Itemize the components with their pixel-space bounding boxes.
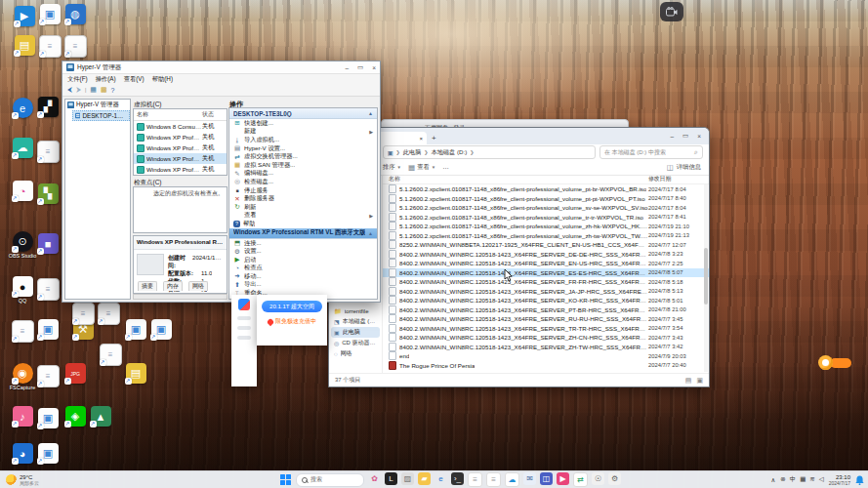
action-item[interactable]: ?帮助 <box>229 220 377 228</box>
tray-chevron-icon[interactable]: ∧ <box>770 476 775 484</box>
taskbar-app-icon[interactable]: ▰ <box>418 472 431 485</box>
action-item[interactable]: ⭳导入虚拟机... <box>229 136 377 144</box>
view-toggles[interactable]: ▤▣ <box>685 377 703 385</box>
action-section-header[interactable]: DESKTOP-1TE3L0Q▲ <box>229 108 377 119</box>
action-item[interactable]: ⬆导出... <box>229 281 377 290</box>
details-tab[interactable]: 摘要 <box>138 281 157 291</box>
paw-badge[interactable] <box>818 355 851 370</box>
tray-icon[interactable]: 中 <box>790 475 797 484</box>
column-date[interactable]: 修改日期 <box>648 175 709 183</box>
taskbar-app-icon[interactable]: ☁ <box>505 472 519 487</box>
maximize-icon[interactable]: ▭ <box>357 63 363 71</box>
menu-item[interactable]: 查看(V) <box>124 75 145 84</box>
file-row[interactable]: 8400.2.WINMAIN_WIN8RC.120518-1423_X64FRE… <box>383 287 709 297</box>
scrollbar[interactable] <box>704 184 708 372</box>
desktop-icon[interactable]: ◍↗ <box>53 4 98 24</box>
action-item[interactable]: ⚙设置... <box>229 247 377 256</box>
help-icon[interactable]: ? <box>111 87 115 94</box>
desktop-icon[interactable]: ▲↗ <box>78 406 123 427</box>
hyperv-title-bar[interactable]: Hyper-V 管理器 ‒ ▭ × <box>62 61 380 74</box>
explorer-window-controls[interactable]: ‒ ▭ × <box>670 132 701 140</box>
taskbar-app-icon[interactable]: ▶ <box>557 472 569 485</box>
start-button[interactable] <box>279 473 292 486</box>
baidu-promo[interactable]: 限免极速充值中 <box>257 317 327 326</box>
hyperv-toolbar[interactable]: ⮜ ⮞ | ▦ ▩ ? <box>62 84 380 97</box>
sidebar-item[interactable]: ⬔本地磁盘 (D:) <box>331 316 380 327</box>
action-item[interactable]: ➜移动... <box>229 272 377 281</box>
taskbar-app-icon[interactable]: ✉ <box>523 472 536 485</box>
desktop-icon[interactable]: ▣↗ <box>139 319 184 340</box>
details-tab[interactable]: 内存 <box>163 281 183 291</box>
weather-widget[interactable]: 29°C 局部多云 <box>0 474 45 486</box>
vm-col-name[interactable]: 名称 <box>137 110 202 119</box>
show-console-tree-icon[interactable]: ▦ <box>90 86 97 94</box>
forward-icon[interactable]: ⮞ <box>76 86 81 94</box>
action-item[interactable]: ▶启动 <box>229 256 377 264</box>
action-item[interactable]: ▤Hyper-V 设置... <box>229 144 377 153</box>
notification-bell-icon[interactable] <box>855 475 864 485</box>
screen-recorder-button[interactable] <box>660 2 683 21</box>
action-item[interactable]: ✎编辑磁盘... <box>229 170 377 179</box>
file-row[interactable]: 5.1.2600.2.xpclient.010817-1148_x86fre_c… <box>383 213 709 223</box>
file-row[interactable]: The Rogue Prince Of Persia2024/7/7 20:40 <box>383 361 709 371</box>
rail-item[interactable] <box>237 326 251 330</box>
file-row[interactable]: 5.1.2600.2.xpclient.010817-1148_x86fre_c… <box>383 194 709 204</box>
vm-row[interactable]: Windows XP Professi...关机 <box>134 142 227 153</box>
breadcrumb[interactable]: ▣❯此电脑❯本地磁盘 (D:)❯ <box>383 145 596 159</box>
column-name[interactable]: 名称 <box>383 175 648 183</box>
action-item[interactable]: ↻刷新 <box>229 203 377 212</box>
sidebar-item[interactable]: ◌网络 <box>331 348 380 359</box>
file-row[interactable]: 8400.2.WINMAIN_WIN8RC.120518-1423_X64FRE… <box>383 305 709 315</box>
list-view-icon[interactable]: ▤ <box>685 377 692 385</box>
taskbar-clock[interactable]: 23:10 2024/7/17 <box>829 474 850 486</box>
file-row[interactable]: 5.1.2600.2.xpclient.010817-1148_x86fre_c… <box>383 222 709 231</box>
action-item[interactable]: ⬒连接... <box>229 239 377 248</box>
breadcrumb-item[interactable]: 本地磁盘 (D:) <box>432 148 468 157</box>
desktop-icon[interactable]: ▣↗ <box>25 443 70 464</box>
tab-close-icon[interactable]: × <box>419 136 423 142</box>
action-item[interactable]: 新建▶ <box>229 128 377 137</box>
rail-item[interactable] <box>237 316 251 320</box>
tree-root[interactable]: Hyper-V 管理器 <box>65 100 130 110</box>
action-item[interactable]: ⇄虚拟交换机管理器... <box>229 152 377 161</box>
action-item[interactable]: ▦虚拟 SAN 管理器... <box>229 161 377 170</box>
baidu-space-button[interactable]: 20.1.1T 超大空间 <box>262 301 322 312</box>
file-row[interactable]: 8400.2.WINMAIN_WIN8RC.120518-1423_X64FRE… <box>383 333 709 343</box>
action-item[interactable]: ◎检查磁盘... <box>229 178 377 186</box>
sidebar-item[interactable]: 📁torrentfile <box>331 305 380 316</box>
file-row[interactable]: 8400.2.WINMAIN_WIN8RC.120518-1423_X64FRE… <box>383 324 709 334</box>
more-button[interactable]: ⋯ <box>442 164 448 171</box>
file-row[interactable]: 5.1.2600.2.xpclient.010817-1148_x86fre_c… <box>383 203 709 213</box>
scrollbar-thumb[interactable] <box>704 248 708 305</box>
taskbar-app-icon[interactable]: ☉ <box>592 472 604 485</box>
vm-row[interactable]: Windows 8 Consumer ...关机 <box>134 121 227 132</box>
column-headers[interactable]: 名称 修改日期 <box>383 175 709 184</box>
taskbar-app-icon[interactable]: ›_ <box>451 472 464 485</box>
file-row[interactable]: 8400.2.WINMAIN_WIN8RC.120518-1423_X64FRE… <box>383 259 709 268</box>
tray-icon[interactable]: ⊚ <box>780 475 785 484</box>
desktop-icon[interactable]: ▤↗ <box>113 363 158 384</box>
sidebar-item[interactable]: ◎CD 驱动器 (E:) <box>331 338 380 348</box>
tray-icon[interactable]: ◁ <box>819 475 824 484</box>
export-list-icon[interactable]: ▩ <box>101 86 107 94</box>
action-item[interactable]: ⊞快速创建... <box>229 119 377 128</box>
breadcrumb-item[interactable]: 此电脑 <box>403 148 422 157</box>
close-icon[interactable]: × <box>372 64 376 71</box>
action-item[interactable]: ■停止服务 <box>229 186 377 195</box>
taskbar-app-icon[interactable]: ≡ <box>468 472 482 487</box>
tray-icon[interactable]: ≋ <box>809 475 814 484</box>
taskbar-app-icon[interactable]: ◫ <box>540 472 553 485</box>
horizontal-scrollbar[interactable] <box>133 294 227 300</box>
minimize-icon[interactable]: ‒ <box>670 133 674 140</box>
taskbar-app-icon[interactable]: ⇄ <box>573 472 588 487</box>
details-tab[interactable]: 网络 <box>188 281 208 291</box>
taskbar-app-icon[interactable]: ▨ <box>401 472 414 485</box>
vm-row[interactable]: Windows XP Professi...关机 <box>134 153 227 164</box>
menu-item[interactable]: 帮助(H) <box>152 75 173 84</box>
file-row[interactable]: 8400.2.WINMAIN_WIN8RC.120518-1423_X64FRE… <box>383 268 709 278</box>
file-row[interactable]: 8400.2.WINMAIN_WIN8RC.120518-1423_X64FRE… <box>383 343 709 352</box>
vm-row[interactable]: Windows XP Professi...关机 <box>134 164 227 175</box>
desktop-icon[interactable]: ≡↗ <box>53 35 98 58</box>
new-tab-button[interactable]: + <box>432 134 436 142</box>
tree-server-node[interactable]: DESKTOP-1TE3L0Q <box>72 110 130 121</box>
